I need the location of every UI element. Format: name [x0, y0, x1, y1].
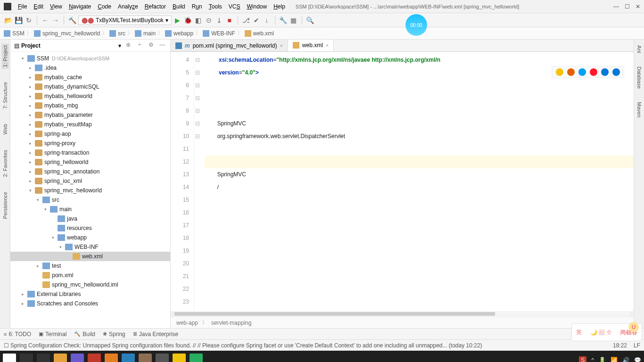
- opera-icon[interactable]: [590, 68, 597, 76]
- menu-navigate[interactable]: Navigate: [66, 2, 94, 11]
- commit-icon[interactable]: ✔: [252, 16, 261, 25]
- ime-widget[interactable]: 英 🌙 ▦ 全 尚硅谷 U: [571, 323, 642, 341]
- taskview-button[interactable]: [37, 354, 50, 362]
- horizontal-scrollbar[interactable]: [174, 311, 630, 317]
- tree-row[interactable]: ▸spring_helloworld: [10, 157, 170, 167]
- taskbar-app[interactable]: [88, 354, 101, 362]
- run-configuration[interactable]: ⬤⬤ TxByXMLTest.testBuyBook ▾: [78, 16, 172, 25]
- breadcrumb-item[interactable]: web.xml: [245, 30, 274, 37]
- code-content[interactable]: xsi:schemaLocation="http://xmlns.jcp.org…: [201, 52, 634, 311]
- run-icon[interactable]: ▶: [173, 16, 182, 25]
- tree-row[interactable]: ▸spring-aop: [10, 129, 170, 139]
- taskbar-app[interactable]: [122, 354, 135, 362]
- taskbar-app[interactable]: [71, 354, 84, 362]
- hide-icon[interactable]: —: [158, 41, 166, 50]
- edge-icon[interactable]: [612, 68, 620, 76]
- breadcrumb-item[interactable]: webapp: [165, 30, 193, 37]
- tree-row[interactable]: ▸mybatis_mbg: [10, 101, 170, 110]
- menu-refactor[interactable]: Refactor: [142, 2, 169, 11]
- attach-icon[interactable]: ⤓: [215, 16, 223, 25]
- breadcrumb-item[interactable]: WEB-INF: [203, 30, 235, 37]
- gear-icon[interactable]: ⚙: [147, 41, 155, 50]
- tab-maven[interactable]: Maven: [636, 100, 643, 119]
- breadcrumb-item[interactable]: spring_mvc_helloworld: [34, 30, 100, 37]
- coverage-icon[interactable]: ◧: [194, 16, 203, 25]
- tab-database[interactable]: Database: [636, 65, 643, 90]
- menu-view[interactable]: View: [47, 2, 65, 11]
- maximize-icon[interactable]: ☐: [625, 3, 630, 10]
- profile-icon[interactable]: ⊙: [205, 16, 213, 25]
- chevron-down-icon[interactable]: ▾: [118, 42, 121, 49]
- tree-row[interactable]: ▾main: [10, 205, 170, 214]
- tree-row[interactable]: ▸Scratches and Consoles: [10, 299, 170, 308]
- menu-vcs[interactable]: VCS: [226, 2, 243, 11]
- close-icon[interactable]: ×: [326, 42, 329, 48]
- menu-code[interactable]: Code: [95, 2, 114, 11]
- git-icon[interactable]: ⎇: [242, 16, 250, 25]
- tree-row[interactable]: ▾SSMD:\IDEA\workspace\SSM: [10, 54, 170, 63]
- tab-webxml[interactable]: web.xml×: [288, 40, 334, 51]
- tree-row[interactable]: ▸spring_ioc_xml: [10, 176, 170, 186]
- taskbar-app[interactable]: [54, 354, 67, 362]
- close-icon[interactable]: ×: [280, 43, 282, 49]
- tree-row[interactable]: ▸.idea: [10, 63, 170, 73]
- tree-row[interactable]: resources: [10, 223, 170, 233]
- menu-help[interactable]: Help: [271, 2, 288, 11]
- tree-row[interactable]: spring_mvc_helloworld.iml: [10, 280, 170, 289]
- ie-icon[interactable]: [601, 68, 609, 76]
- tree-row[interactable]: web.xml: [10, 252, 170, 261]
- fold-gutter[interactable]: ⊟⊟⊟⊟⊟⊟⊟: [194, 52, 201, 311]
- taskbar-app[interactable]: [173, 354, 186, 362]
- tree-row[interactable]: ▾src: [10, 195, 170, 205]
- update-icon[interactable]: ↓: [263, 16, 271, 25]
- breadcrumb-item[interactable]: SSM: [4, 30, 25, 37]
- tab-javaee[interactable]: ≣ Java Enterprise: [133, 331, 178, 337]
- taskbar-app[interactable]: [190, 354, 203, 362]
- menu-run[interactable]: Run: [189, 2, 205, 11]
- tree-row[interactable]: ▸mybatis_dynamicSQL: [10, 82, 170, 91]
- breadcrumb-item[interactable]: main: [135, 30, 156, 37]
- taskbar-app[interactable]: [139, 354, 152, 362]
- search-icon[interactable]: 🔍: [306, 16, 314, 25]
- debug-icon[interactable]: 🐞: [184, 16, 192, 25]
- tree-row[interactable]: ▾webapp: [10, 233, 170, 242]
- refresh-icon[interactable]: ↻: [25, 16, 33, 25]
- taskbar-app[interactable]: [105, 354, 118, 362]
- tab-project[interactable]: 1: Project: [1, 43, 9, 69]
- start-button[interactable]: [3, 354, 16, 362]
- structure-icon[interactable]: ▦: [289, 16, 298, 25]
- tab-build[interactable]: 🔨 Build: [74, 331, 95, 337]
- collapse-icon[interactable]: ÷: [135, 41, 144, 50]
- tree-row[interactable]: ▸mybatis_helloworld: [10, 91, 170, 101]
- tab-persistence[interactable]: Persistence: [1, 190, 9, 221]
- menu-analyze[interactable]: Analyze: [115, 2, 141, 11]
- search-button[interactable]: [20, 354, 33, 362]
- target-icon[interactable]: ⊕: [124, 41, 132, 50]
- tree-row[interactable]: java: [10, 214, 170, 223]
- menu-edit[interactable]: Edit: [31, 2, 46, 11]
- chrome-icon[interactable]: [556, 68, 563, 76]
- firefox-icon[interactable]: [567, 68, 575, 76]
- menu-tools[interactable]: Tools: [206, 2, 225, 11]
- tab-favorites[interactable]: 2: Favorites: [1, 148, 9, 179]
- tree-row[interactable]: ▸spring-transaction: [10, 148, 170, 157]
- save-icon[interactable]: 💾: [14, 16, 23, 25]
- breadcrumb-item[interactable]: src: [109, 30, 125, 37]
- tab-structure[interactable]: 7: Structure: [1, 80, 9, 111]
- tree-row[interactable]: ▸spring-proxy: [10, 139, 170, 148]
- tab-web[interactable]: Web: [1, 122, 9, 136]
- system-tray[interactable]: S ^🔋📶🔊💬: [579, 356, 641, 362]
- code-editor[interactable]: 4567891011121314151617181920212223 ⊟⊟⊟⊟⊟…: [171, 52, 634, 311]
- menu-window[interactable]: Window: [244, 2, 270, 11]
- event-log-icon[interactable]: ☐: [4, 342, 9, 349]
- tree-row[interactable]: ▸spring_ioc_annotation: [10, 167, 170, 176]
- tree-row[interactable]: ▸External Libraries: [10, 289, 170, 299]
- minimize-icon[interactable]: —: [613, 3, 619, 10]
- safari-icon[interactable]: [578, 68, 586, 76]
- project-tree[interactable]: ▾SSMD:\IDEA\workspace\SSM▸.idea▸mybatis_…: [10, 52, 170, 328]
- close-icon[interactable]: ✕: [636, 3, 640, 10]
- tree-row[interactable]: pom.xml: [10, 271, 170, 280]
- tree-row[interactable]: ▸test: [10, 261, 170, 271]
- tree-row[interactable]: ▾WEB-INF: [10, 242, 170, 252]
- tree-row[interactable]: ▸mybatis_cache: [10, 73, 170, 82]
